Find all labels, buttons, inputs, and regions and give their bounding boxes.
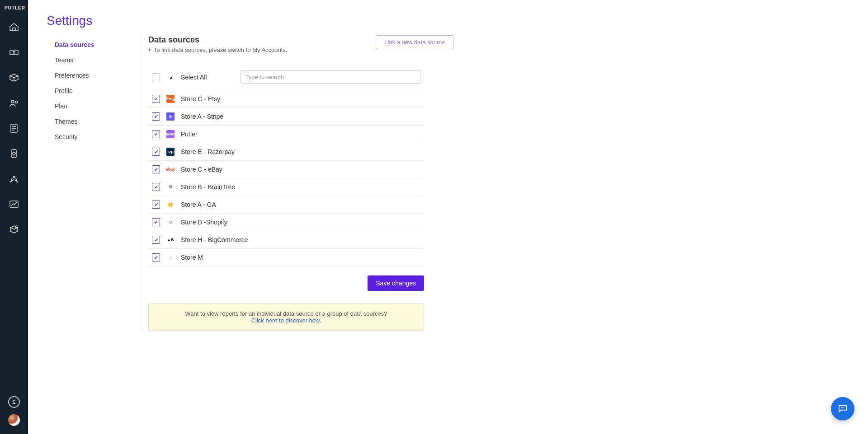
subnav-item[interactable]: Preferences xyxy=(47,68,142,83)
svg-point-2 xyxy=(11,100,14,103)
info-note: Want to view reports for an individual d… xyxy=(148,303,424,331)
svg-point-9 xyxy=(13,176,15,178)
data-source-label: Store A - GA xyxy=(181,201,216,208)
user-avatar[interactable] xyxy=(8,414,20,426)
svg-point-12 xyxy=(841,407,842,408)
sidebar-bottom-group: E xyxy=(8,396,20,434)
data-source-row: EtsyStore C - Etsy xyxy=(148,90,424,108)
page-title: Settings xyxy=(47,14,453,28)
subnav-item[interactable]: Data sources xyxy=(47,37,142,52)
plug-icon xyxy=(166,73,175,81)
select-all-label: Select All xyxy=(181,74,207,81)
data-source-row: rzpStore E - Razorpay xyxy=(148,143,424,161)
subnav-item[interactable]: Themes xyxy=(47,114,142,129)
subnav-item[interactable]: Plan xyxy=(47,98,142,114)
data-source-label: Store C - eBay xyxy=(181,166,222,173)
account-switch-avatar[interactable]: E xyxy=(8,396,20,408)
nav-icons-group xyxy=(8,21,20,235)
data-sources-table: Select All EtsyStore C - EtsySStore A - … xyxy=(148,66,424,266)
data-source-label: Store M xyxy=(181,254,203,261)
data-source-label: Store H - BigCommerce xyxy=(181,236,248,243)
data-source-row: wooPutler xyxy=(148,126,424,143)
data-source-checkbox[interactable] xyxy=(152,148,160,156)
subnav-item[interactable]: Teams xyxy=(47,52,142,68)
home-icon[interactable] xyxy=(8,21,20,33)
info-note-text: Want to view reports for an individual d… xyxy=(157,310,415,317)
svg-rect-10 xyxy=(10,201,18,207)
brand-label: PUTLER xyxy=(0,4,28,17)
data-source-checkbox[interactable] xyxy=(152,218,160,226)
data-source-label: Store B - BrainTree xyxy=(181,183,235,191)
settings-columns: Data sourcesTeamsPreferencesProfilePlanT… xyxy=(47,35,453,331)
table-header-row: Select All xyxy=(148,66,424,90)
svg-point-7 xyxy=(11,179,13,181)
actions-row: Save changes xyxy=(148,275,424,291)
svg-point-13 xyxy=(842,407,843,408)
save-changes-button[interactable]: Save changes xyxy=(368,275,424,291)
svg-point-8 xyxy=(15,179,17,181)
data-sources-section: Data sources To link data sources, pleas… xyxy=(142,35,453,331)
data-source-label: Putler xyxy=(181,131,198,138)
package-icon[interactable] xyxy=(8,224,20,235)
svg-point-14 xyxy=(844,407,844,408)
section-subtitle: To link data sources, please switch to M… xyxy=(148,47,287,53)
device-icon[interactable] xyxy=(8,148,20,159)
data-source-checkbox[interactable] xyxy=(152,253,160,261)
data-source-checkbox[interactable] xyxy=(152,95,160,103)
icon-sidebar: PUTLER E xyxy=(0,0,28,434)
content-wrap: Settings Data sourcesTeamsPreferencesPro… xyxy=(28,0,472,434)
data-source-icon: ▮▮ xyxy=(166,201,175,209)
section-title: Data sources xyxy=(148,35,287,45)
data-source-row: ebayStore C - eBay xyxy=(148,161,424,178)
data-source-checkbox[interactable] xyxy=(152,130,160,138)
trend-icon[interactable] xyxy=(8,198,20,210)
search-input[interactable] xyxy=(241,70,420,84)
select-all-checkbox[interactable] xyxy=(152,73,160,81)
data-source-icon: ~ xyxy=(166,253,175,261)
section-header: Data sources To link data sources, pleas… xyxy=(148,35,453,53)
data-source-checkbox[interactable] xyxy=(152,112,160,121)
subnav-item[interactable]: Security xyxy=(47,129,142,145)
info-note-link[interactable]: Click here to discover how. xyxy=(251,317,321,324)
data-source-label: Store D -Shopify xyxy=(181,219,227,226)
data-source-row: ~Store M xyxy=(148,249,424,266)
data-source-row: ⠿Store B - BrainTree xyxy=(148,178,424,196)
app-root: PUTLER E Settings Data sourcesTeamsPrefe… xyxy=(0,0,868,434)
cash-icon[interactable] xyxy=(8,47,20,58)
team-icon[interactable] xyxy=(8,173,20,185)
data-source-row: SStore D -Shopify xyxy=(148,214,424,231)
data-source-checkbox[interactable] xyxy=(152,236,160,244)
data-source-label: Store E - Razorpay xyxy=(181,148,235,155)
data-source-row: SStore A - Stripe xyxy=(148,108,424,126)
chat-fab[interactable] xyxy=(831,397,854,420)
data-source-label: Store C - Etsy xyxy=(181,95,220,103)
data-source-checkbox[interactable] xyxy=(152,165,160,173)
svg-point-3 xyxy=(15,101,18,103)
box-icon[interactable] xyxy=(8,72,20,84)
data-source-icon: S xyxy=(166,112,175,121)
main-area: Settings Data sourcesTeamsPreferencesPro… xyxy=(28,0,868,434)
users-icon[interactable] xyxy=(8,97,20,109)
data-source-icon: Etsy xyxy=(166,95,175,103)
settings-subnav: Data sourcesTeamsPreferencesProfilePlanT… xyxy=(47,35,142,331)
data-source-icon: S xyxy=(166,218,175,226)
data-source-icon: woo xyxy=(166,130,175,138)
data-source-checkbox[interactable] xyxy=(152,201,160,209)
data-source-icon: ▲B xyxy=(166,236,175,244)
data-source-row: ▮▮Store A - GA xyxy=(148,196,424,214)
data-source-icon: rzp xyxy=(166,148,175,156)
subnav-item[interactable]: Profile xyxy=(47,83,142,98)
svg-point-6 xyxy=(13,152,15,155)
link-data-source-button[interactable]: Link a new data source xyxy=(376,35,453,49)
data-source-icon: ⠿ xyxy=(166,183,175,191)
data-source-checkbox[interactable] xyxy=(152,183,160,191)
data-source-label: Store A - Stripe xyxy=(181,113,223,120)
data-source-icon: ebay xyxy=(166,165,175,173)
svg-point-1 xyxy=(13,51,15,53)
report-icon[interactable] xyxy=(8,122,20,134)
data-source-row: ▲BStore H - BigCommerce xyxy=(148,231,424,249)
svg-rect-0 xyxy=(10,50,18,55)
